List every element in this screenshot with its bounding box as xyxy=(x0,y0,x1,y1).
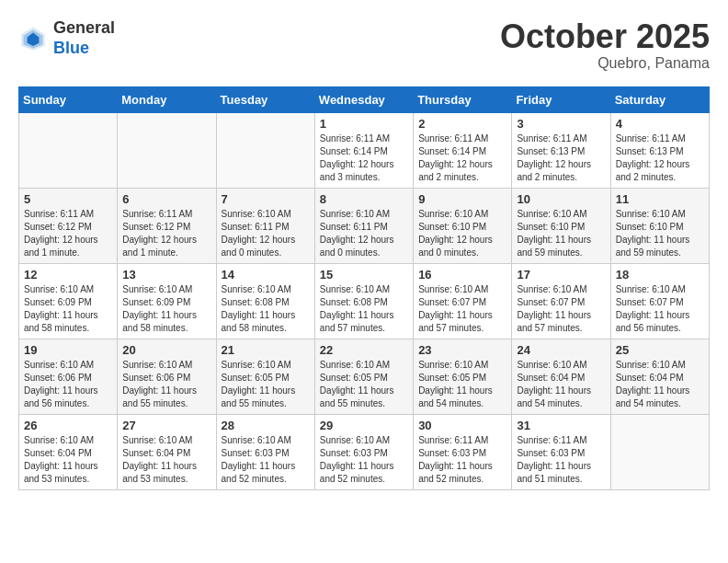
day-info: Sunrise: 6:10 AM Sunset: 6:10 PM Dayligh… xyxy=(418,208,506,259)
day-number: 18 xyxy=(616,268,704,282)
weekday-header: Sunday xyxy=(19,86,118,112)
weekday-header: Monday xyxy=(118,86,216,112)
day-info: Sunrise: 6:11 AM Sunset: 6:12 PM Dayligh… xyxy=(122,208,210,259)
day-info: Sunrise: 6:10 AM Sunset: 6:07 PM Dayligh… xyxy=(418,283,506,335)
day-info: Sunrise: 6:10 AM Sunset: 6:08 PM Dayligh… xyxy=(222,283,310,335)
weekday-header: Friday xyxy=(512,86,610,112)
day-number: 25 xyxy=(616,343,704,357)
day-number: 24 xyxy=(517,343,605,357)
calendar-cell: 3Sunrise: 6:11 AM Sunset: 6:13 PM Daylig… xyxy=(512,112,610,188)
calendar-cell: 24Sunrise: 6:10 AM Sunset: 6:04 PM Dayli… xyxy=(512,339,610,414)
day-number: 9 xyxy=(418,192,506,206)
day-info: Sunrise: 6:11 AM Sunset: 6:03 PM Dayligh… xyxy=(418,434,506,486)
day-number: 17 xyxy=(517,268,605,282)
day-number: 28 xyxy=(222,419,310,432)
calendar-week-row: 19Sunrise: 6:10 AM Sunset: 6:06 PM Dayli… xyxy=(19,339,710,414)
calendar-cell xyxy=(216,112,314,188)
logo-icon xyxy=(18,24,48,53)
calendar-cell: 30Sunrise: 6:11 AM Sunset: 6:03 PM Dayli… xyxy=(414,414,512,489)
calendar-cell: 7Sunrise: 6:10 AM Sunset: 6:11 PM Daylig… xyxy=(216,188,314,263)
calendar-cell: 8Sunrise: 6:10 AM Sunset: 6:11 PM Daylig… xyxy=(314,188,413,263)
day-info: Sunrise: 6:10 AM Sunset: 6:04 PM Dayligh… xyxy=(24,434,112,486)
day-info: Sunrise: 6:10 AM Sunset: 6:07 PM Dayligh… xyxy=(517,283,605,335)
weekday-header: Thursday xyxy=(414,86,512,112)
calendar-week-row: 1Sunrise: 6:11 AM Sunset: 6:14 PM Daylig… xyxy=(19,112,710,188)
weekday-header: Tuesday xyxy=(216,86,314,112)
calendar-cell: 2Sunrise: 6:11 AM Sunset: 6:14 PM Daylig… xyxy=(414,112,512,188)
day-info: Sunrise: 6:10 AM Sunset: 6:05 PM Dayligh… xyxy=(418,359,506,410)
calendar-cell: 10Sunrise: 6:10 AM Sunset: 6:10 PM Dayli… xyxy=(512,188,610,263)
day-number: 16 xyxy=(418,268,506,282)
day-info: Sunrise: 6:10 AM Sunset: 6:10 PM Dayligh… xyxy=(517,208,605,259)
day-number: 2 xyxy=(418,117,506,131)
calendar-cell: 29Sunrise: 6:10 AM Sunset: 6:03 PM Dayli… xyxy=(314,414,413,489)
day-number: 4 xyxy=(616,117,704,131)
month-title: October 2025 xyxy=(500,18,710,55)
day-info: Sunrise: 6:10 AM Sunset: 6:06 PM Dayligh… xyxy=(122,359,210,410)
calendar-cell: 9Sunrise: 6:10 AM Sunset: 6:10 PM Daylig… xyxy=(414,188,512,263)
day-info: Sunrise: 6:10 AM Sunset: 6:06 PM Dayligh… xyxy=(24,359,112,410)
day-info: Sunrise: 6:10 AM Sunset: 6:09 PM Dayligh… xyxy=(122,283,210,335)
day-info: Sunrise: 6:10 AM Sunset: 6:04 PM Dayligh… xyxy=(517,359,605,410)
calendar-cell: 19Sunrise: 6:10 AM Sunset: 6:06 PM Dayli… xyxy=(19,339,118,414)
page-header: General Blue October 2025 Quebro, Panama xyxy=(18,18,710,72)
logo: General Blue xyxy=(18,18,115,58)
calendar-cell: 25Sunrise: 6:10 AM Sunset: 6:04 PM Dayli… xyxy=(610,339,709,414)
calendar-cell: 5Sunrise: 6:11 AM Sunset: 6:12 PM Daylig… xyxy=(19,188,118,263)
calendar-cell: 4Sunrise: 6:11 AM Sunset: 6:13 PM Daylig… xyxy=(610,112,709,188)
calendar-cell xyxy=(610,414,709,489)
day-info: Sunrise: 6:10 AM Sunset: 6:11 PM Dayligh… xyxy=(320,208,408,259)
day-number: 5 xyxy=(24,192,112,206)
weekday-header: Wednesday xyxy=(314,86,413,112)
calendar-cell: 21Sunrise: 6:10 AM Sunset: 6:05 PM Dayli… xyxy=(216,339,314,414)
logo-text: General Blue xyxy=(53,18,115,58)
day-number: 30 xyxy=(418,419,506,432)
day-info: Sunrise: 6:10 AM Sunset: 6:03 PM Dayligh… xyxy=(222,434,310,486)
calendar-cell xyxy=(19,112,118,188)
calendar-cell: 31Sunrise: 6:11 AM Sunset: 6:03 PM Dayli… xyxy=(512,414,610,489)
day-number: 15 xyxy=(320,268,408,282)
day-number: 21 xyxy=(222,343,310,357)
calendar-week-row: 5Sunrise: 6:11 AM Sunset: 6:12 PM Daylig… xyxy=(19,188,710,263)
location: Quebro, Panama xyxy=(500,55,710,72)
day-info: Sunrise: 6:10 AM Sunset: 6:05 PM Dayligh… xyxy=(320,359,408,410)
day-info: Sunrise: 6:10 AM Sunset: 6:03 PM Dayligh… xyxy=(320,434,408,486)
calendar-cell: 14Sunrise: 6:10 AM Sunset: 6:08 PM Dayli… xyxy=(216,263,314,339)
day-number: 8 xyxy=(320,192,408,206)
calendar-week-row: 12Sunrise: 6:10 AM Sunset: 6:09 PM Dayli… xyxy=(19,263,710,339)
calendar-cell: 1Sunrise: 6:11 AM Sunset: 6:14 PM Daylig… xyxy=(314,112,413,188)
calendar-cell: 16Sunrise: 6:10 AM Sunset: 6:07 PM Dayli… xyxy=(414,263,512,339)
day-number: 3 xyxy=(517,117,605,131)
day-number: 1 xyxy=(320,117,408,131)
calendar-cell: 15Sunrise: 6:10 AM Sunset: 6:08 PM Dayli… xyxy=(314,263,413,339)
day-info: Sunrise: 6:10 AM Sunset: 6:04 PM Dayligh… xyxy=(122,434,210,486)
calendar-cell: 12Sunrise: 6:10 AM Sunset: 6:09 PM Dayli… xyxy=(19,263,118,339)
day-info: Sunrise: 6:10 AM Sunset: 6:10 PM Dayligh… xyxy=(616,208,704,259)
calendar-cell: 6Sunrise: 6:11 AM Sunset: 6:12 PM Daylig… xyxy=(118,188,216,263)
calendar-cell: 22Sunrise: 6:10 AM Sunset: 6:05 PM Dayli… xyxy=(314,339,413,414)
day-number: 6 xyxy=(122,192,210,206)
calendar-cell: 26Sunrise: 6:10 AM Sunset: 6:04 PM Dayli… xyxy=(19,414,118,489)
day-number: 31 xyxy=(517,419,605,432)
day-number: 27 xyxy=(122,419,210,432)
day-number: 10 xyxy=(517,192,605,206)
day-info: Sunrise: 6:10 AM Sunset: 6:05 PM Dayligh… xyxy=(222,359,310,410)
day-number: 14 xyxy=(222,268,310,282)
day-number: 20 xyxy=(122,343,210,357)
calendar-cell: 20Sunrise: 6:10 AM Sunset: 6:06 PM Dayli… xyxy=(118,339,216,414)
day-number: 29 xyxy=(320,419,408,432)
day-number: 19 xyxy=(24,343,112,357)
day-info: Sunrise: 6:11 AM Sunset: 6:12 PM Dayligh… xyxy=(24,208,112,259)
calendar-cell: 17Sunrise: 6:10 AM Sunset: 6:07 PM Dayli… xyxy=(512,263,610,339)
day-info: Sunrise: 6:11 AM Sunset: 6:14 PM Dayligh… xyxy=(418,132,506,184)
day-info: Sunrise: 6:10 AM Sunset: 6:09 PM Dayligh… xyxy=(24,283,112,335)
calendar-cell: 13Sunrise: 6:10 AM Sunset: 6:09 PM Dayli… xyxy=(118,263,216,339)
day-info: Sunrise: 6:10 AM Sunset: 6:08 PM Dayligh… xyxy=(320,283,408,335)
logo-blue: Blue xyxy=(53,39,115,59)
day-number: 13 xyxy=(122,268,210,282)
day-info: Sunrise: 6:11 AM Sunset: 6:14 PM Dayligh… xyxy=(320,132,408,184)
day-info: Sunrise: 6:11 AM Sunset: 6:03 PM Dayligh… xyxy=(517,434,605,486)
calendar-cell xyxy=(118,112,216,188)
day-number: 23 xyxy=(418,343,506,357)
calendar-week-row: 26Sunrise: 6:10 AM Sunset: 6:04 PM Dayli… xyxy=(19,414,710,489)
